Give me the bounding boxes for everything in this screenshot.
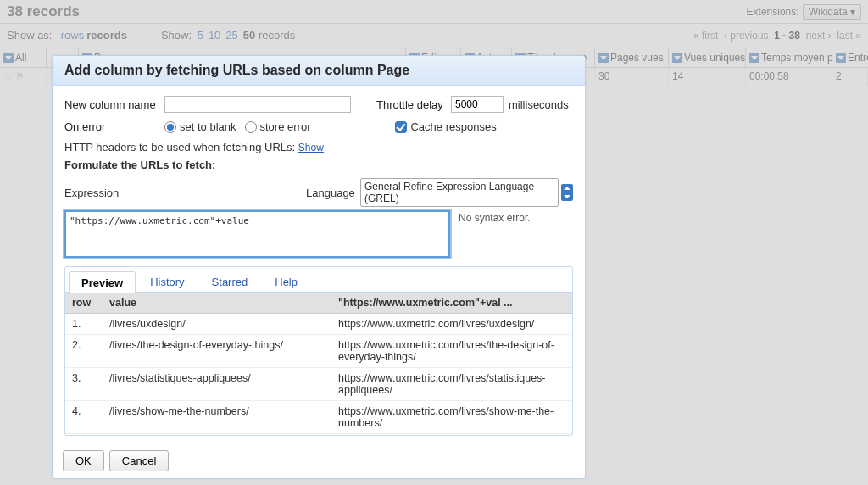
formulate-label: Formulate the URLs to fetch: — [64, 159, 573, 171]
preview-cell-value: /livres/comprendre-et-realiser-les-tests… — [103, 434, 331, 436]
preview-cell-result: https://www.uxmetric.com/livres/the-desi… — [331, 335, 572, 368]
preview-row: 4./livres/show-me-the-numbers/https://ww… — [65, 401, 572, 434]
preview-cell-value: /livres/the-design-of-everyday-things/ — [103, 335, 331, 368]
syntax-status: No syntax error. — [459, 210, 531, 258]
language-select[interactable]: General Refine Expression Language (GREL… — [360, 178, 559, 207]
preview-cell-value: /livres/show-me-the-numbers/ — [103, 401, 331, 434]
preview-cell-value: /livres/statistiques-appliquees/ — [103, 368, 331, 401]
preview-table: row value "https://www.uxmetric.com"+val… — [65, 293, 572, 435]
tab-help[interactable]: Help — [262, 270, 310, 293]
preview-row: 5./livres/comprendre-et-realiser-les-tes… — [65, 434, 572, 436]
tabs-bar: Preview History Starred Help — [65, 267, 572, 293]
cache-responses-label: Cache responses — [410, 120, 496, 133]
preview-cell-index: 3. — [65, 368, 103, 401]
tab-history[interactable]: History — [137, 270, 197, 293]
preview-col-expr: "https://www.uxmetric.com"+val ... — [331, 293, 572, 314]
preview-row: 3./livres/statistiques-appliquees/https:… — [65, 368, 572, 401]
language-label: Language — [306, 187, 360, 199]
cancel-button[interactable]: Cancel — [109, 450, 169, 471]
http-headers-label: HTTP headers to be used when fetching UR… — [64, 141, 295, 153]
preview-cell-index: 2. — [65, 335, 103, 368]
onerror-label: On error — [64, 120, 164, 133]
preview-cell-result: https://www.uxmetric.com/livres/statisti… — [331, 368, 572, 401]
preview-panel: Preview History Starred Help row value "… — [64, 266, 573, 436]
throttle-unit: milliseconds — [509, 98, 569, 111]
new-column-input[interactable] — [164, 96, 351, 113]
preview-row: 2./livres/the-design-of-everyday-things/… — [65, 335, 572, 368]
expression-label: Expression — [64, 187, 306, 199]
new-column-label: New column name — [64, 98, 164, 111]
ok-button[interactable]: OK — [63, 450, 104, 471]
preview-cell-index: 5. — [65, 434, 103, 436]
http-headers-show[interactable]: Show — [298, 142, 324, 153]
onerror-blank-radio[interactable] — [164, 121, 176, 133]
stepper-icon[interactable] — [561, 184, 573, 201]
expression-textarea[interactable] — [64, 210, 450, 258]
throttle-label: Throttle delay — [376, 98, 451, 111]
dialog-title: Add column by fetching URLs based on col… — [53, 56, 585, 86]
onerror-blank-label: set to blank — [180, 120, 236, 133]
preview-cell-result: https://www.uxmetric.com/livres/uxdesign… — [331, 314, 572, 335]
onerror-store-radio[interactable] — [245, 121, 257, 133]
add-column-fetch-dialog: Add column by fetching URLs based on col… — [52, 55, 586, 479]
onerror-store-label: store error — [260, 120, 311, 133]
preview-cell-index: 1. — [65, 314, 103, 335]
cache-responses-checkbox[interactable] — [395, 121, 407, 133]
preview-cell-result: https://www.uxmetric.com/livres/comprend… — [331, 434, 572, 436]
preview-col-value: value — [103, 293, 331, 314]
preview-cell-result: https://www.uxmetric.com/livres/show-me-… — [331, 401, 572, 434]
preview-row: 1./livres/uxdesign/https://www.uxmetric.… — [65, 314, 572, 335]
preview-col-row: row — [65, 293, 103, 314]
preview-cell-index: 4. — [65, 401, 103, 434]
throttle-input[interactable] — [451, 96, 504, 113]
tab-preview[interactable]: Preview — [69, 271, 136, 293]
preview-cell-value: /livres/uxdesign/ — [103, 314, 331, 335]
tab-starred[interactable]: Starred — [199, 270, 261, 293]
dialog-footer: OK Cancel — [53, 443, 585, 478]
